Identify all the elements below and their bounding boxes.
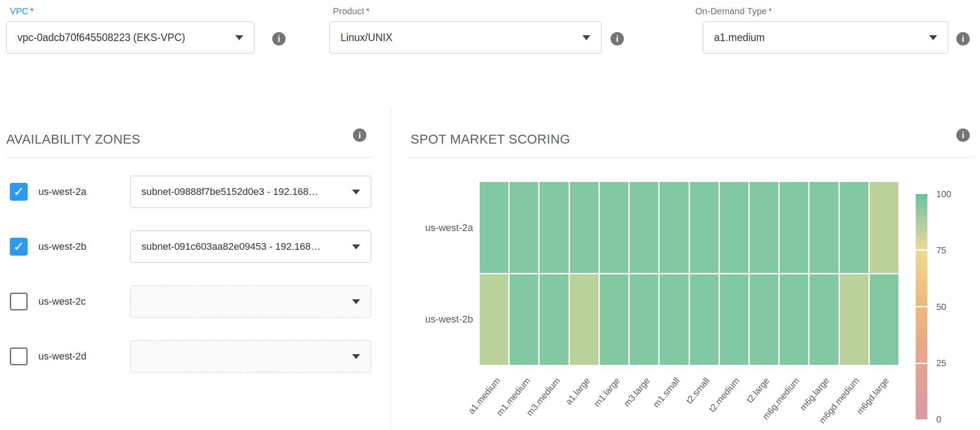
check-icon: ✓: [13, 185, 24, 198]
product-select-value: Linux/UNIX: [341, 32, 392, 44]
heatmap-cell-us-west-2b-m6g.large: [810, 274, 838, 365]
az-checkbox-us-west-2b[interactable]: ✓: [10, 238, 28, 256]
heatmap-cell-us-west-2b-a1.medium: [480, 274, 508, 365]
availability-zones-divider: [6, 157, 373, 157]
heatmap-cell-us-west-2b-m6gd.large: [870, 274, 898, 365]
az-zone-label: us-west-2b: [38, 241, 130, 252]
heatmap-cell-us-west-2a-m6gd.large: [870, 182, 898, 273]
heatmap-cell-us-west-2a-m3.large: [630, 182, 658, 273]
heatmap-cell-us-west-2b-t2.small: [690, 274, 718, 365]
az-checkbox-us-west-2d[interactable]: ✓: [10, 347, 28, 365]
az-row-us-west-2b: ✓ us-west-2b subnet-091c603aa82e09453 - …: [10, 230, 372, 263]
heatmap-cell-us-west-2a-t2.large: [750, 182, 778, 273]
spot-instance-config-page: VPC* vpc-0adcb70f645508223 (EKS-VPC) i P…: [0, 0, 980, 430]
heatmap-cell-us-west-2b-m3.medium: [540, 274, 568, 365]
az-subnet-select-us-west-2a[interactable]: subnet-09888f7be5152d0e3 - 192.168…: [130, 176, 371, 208]
heatmap-cell-us-west-2a-a1.large: [570, 182, 598, 273]
dropdown-caret-icon: [352, 299, 360, 304]
colorbar-segment: [916, 307, 927, 363]
vpc-required-mark: *: [30, 6, 34, 16]
az-subnet-select-us-west-2c: [130, 285, 371, 318]
vpc-select-value: vpc-0adcb70f645508223 (EKS-VPC): [17, 32, 185, 44]
az-subnet-select-us-west-2b[interactable]: subnet-091c603aa82e09453 - 192.168…: [130, 231, 371, 263]
vpc-label-text: VPC: [10, 6, 29, 16]
dropdown-caret-icon: [582, 35, 590, 40]
az-row-us-west-2d: ✓ us-west-2d: [10, 340, 372, 373]
heatmap-cell-us-west-2b-m6gd.medium: [840, 274, 868, 365]
product-info-icon[interactable]: i: [610, 32, 624, 45]
colorbar-tick-label: 25: [936, 358, 968, 368]
az-subnet-value: subnet-09888f7be5152d0e3 - 192.168…: [141, 186, 318, 198]
az-row-us-west-2c: ✓ us-west-2c: [10, 285, 372, 318]
vpc-select[interactable]: vpc-0adcb70f645508223 (EKS-VPC): [6, 21, 254, 54]
on-demand-type-select-value: a1.medium: [714, 32, 765, 44]
dropdown-caret-icon: [929, 35, 937, 40]
spot-market-scoring-title: SPOT MARKET SCORING: [411, 132, 570, 147]
panel-divider: [390, 108, 391, 430]
heatmap-cell-us-west-2a-m1.small: [660, 182, 688, 273]
heatmap-cell-us-west-2b-a1.large: [570, 274, 598, 365]
heatmap-cell-us-west-2b-m3.large: [630, 274, 658, 365]
heatmap-cell-us-west-2a-m1.medium: [510, 182, 538, 273]
colorbar-tick-label: 100: [936, 189, 968, 199]
dropdown-caret-icon: [352, 354, 360, 359]
colorbar-tick-label: 0: [936, 414, 968, 425]
heatmap-cell-us-west-2b-m1.small: [660, 274, 688, 365]
on-demand-type-label-text: On-Demand Type: [695, 6, 767, 16]
on-demand-type-required-mark: *: [768, 6, 772, 16]
az-zone-label: us-west-2a: [38, 186, 130, 198]
colorbar-segment: [916, 194, 927, 249]
heatmap-cell-us-west-2b-m1.medium: [510, 274, 538, 365]
az-subnet-value: subnet-091c603aa82e09453 - 192.168…: [141, 241, 320, 252]
heatmap-cell-us-west-2a-t2.medium: [720, 182, 748, 273]
heatmap-cell-us-west-2a-t2.small: [690, 182, 718, 273]
heatmap-cell-us-west-2a-m6g.large: [810, 182, 838, 273]
vpc-info-icon[interactable]: i: [272, 32, 286, 45]
on-demand-type-label: On-Demand Type*: [695, 6, 772, 17]
heatmap-cell-us-west-2b-m1.large: [600, 274, 628, 365]
heatmap-cell-us-west-2a-m3.medium: [540, 182, 568, 273]
heatmap-cell-us-west-2b-t2.large: [750, 274, 778, 365]
heatmap-cell-us-west-2a-a1.medium: [480, 182, 508, 273]
dropdown-caret-icon: [235, 35, 243, 40]
az-checkbox-us-west-2a[interactable]: ✓: [10, 183, 28, 201]
product-select[interactable]: Linux/UNIX: [329, 21, 602, 54]
heatmap-cell-us-west-2a-m1.large: [600, 182, 628, 273]
availability-zones-info-icon[interactable]: i: [353, 128, 366, 142]
az-row-us-west-2a: ✓ us-west-2a subnet-09888f7be5152d0e3 - …: [10, 175, 372, 208]
product-required-mark: *: [366, 6, 370, 16]
az-zone-label: us-west-2d: [38, 351, 130, 362]
spot-market-heatmap: [480, 182, 898, 365]
vpc-label: VPC*: [10, 6, 34, 17]
heatmap-row-label: us-west-2b: [402, 314, 473, 325]
az-checkbox-us-west-2c[interactable]: ✓: [10, 293, 28, 310]
heatmap-cell-us-west-2b-t2.medium: [720, 274, 748, 365]
colorbar-tick-label: 75: [936, 245, 968, 256]
colorbar-tick-label: 50: [936, 302, 968, 312]
dropdown-caret-icon: [352, 244, 360, 249]
product-label-text: Product: [333, 6, 364, 16]
heatmap-colorbar: [916, 194, 927, 419]
colorbar-segment: [916, 251, 927, 306]
spot-market-scoring-divider: [409, 157, 974, 157]
colorbar-segment: [916, 364, 927, 419]
on-demand-type-info-icon[interactable]: i: [956, 32, 970, 45]
availability-zones-title: AVAILABILITY ZONES: [6, 132, 141, 147]
spot-market-scoring-info-icon[interactable]: i: [956, 128, 970, 142]
product-label: Product*: [333, 6, 370, 17]
on-demand-type-select[interactable]: a1.medium: [703, 21, 948, 54]
check-icon: ✓: [13, 240, 24, 253]
dropdown-caret-icon: [352, 190, 360, 194]
heatmap-row-label: us-west-2a: [402, 222, 473, 234]
heatmap-cell-us-west-2b-m6g.medium: [780, 274, 808, 365]
heatmap-cell-us-west-2a-m6gd.medium: [840, 182, 868, 273]
az-zone-label: us-west-2c: [38, 296, 130, 307]
heatmap-cell-us-west-2a-m6g.medium: [780, 182, 808, 273]
az-subnet-select-us-west-2d: [130, 340, 371, 372]
